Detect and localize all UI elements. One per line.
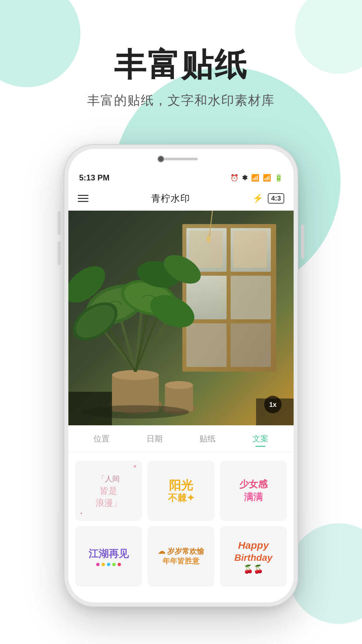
status-bar: 5:13 PM ⏰ ✱ 📶 📶 🔋 — [68, 169, 294, 186]
front-camera — [158, 156, 164, 162]
sticker-item-5[interactable]: ☁ 岁岁常欢愉 年年皆胜意 — [147, 526, 215, 587]
bottom-panel: 位置 日期 贴纸 文案 — [68, 425, 294, 602]
phone-screen: 5:13 PM ⏰ ✱ 📶 📶 🔋 青柠水印 ⚡ — [68, 149, 294, 602]
sticker-text-6: Happy Birthday 🍒🍒 — [234, 539, 273, 575]
alarm-icon: ⏰ — [230, 174, 239, 182]
sticker-text-5: ☁ 岁岁常欢愉 年年皆胜意 — [155, 543, 207, 569]
tab-text[interactable]: 文案 — [252, 433, 268, 447]
zoom-badge[interactable]: 1x — [264, 396, 282, 413]
menu-button[interactable] — [78, 195, 88, 202]
sticker-text-4: 江湖再见 — [88, 547, 129, 566]
ratio-badge[interactable]: 4:3 — [268, 193, 284, 204]
phone-top-bar — [68, 149, 294, 169]
power-button — [301, 225, 304, 258]
sticker-item-6[interactable]: Happy Birthday 🍒🍒 — [220, 526, 287, 587]
wifi-icon: 📶 — [251, 174, 259, 182]
time-display: 5:13 PM — [79, 173, 110, 182]
sticker-text-3: 少女感 满满 — [237, 476, 270, 505]
svg-rect-10 — [182, 224, 276, 372]
volume-up-button — [58, 211, 61, 235]
header-right-actions: ⚡ 4:3 — [252, 193, 284, 204]
status-icons: ⏰ ✱ 📶 📶 🔋 — [230, 174, 283, 182]
app-header: 青柠水印 ⚡ 4:3 — [68, 186, 294, 211]
sticker-item-1[interactable]: 「人间 皆是 浪漫」 — [75, 461, 142, 521]
sticker-grid: 「人间 皆是 浪漫」 阳光 不棘✦ — [68, 452, 294, 595]
sticker-text-2: 阳光 不棘✦ — [168, 478, 194, 504]
tab-bar: 位置 日期 贴纸 文案 — [68, 425, 294, 452]
bluetooth-icon: ✱ — [242, 174, 248, 182]
bg-blob-bottom-right — [288, 523, 362, 624]
signal-icon: 📶 — [263, 174, 271, 182]
tab-date[interactable]: 日期 — [146, 433, 163, 447]
sticker-item-4[interactable]: 江湖再见 — [75, 526, 142, 587]
svg-point-35 — [165, 381, 193, 389]
flash-icon[interactable]: ⚡ — [252, 193, 263, 204]
sticker-text-1: 「人间 皆是 浪漫」 — [92, 469, 125, 512]
sub-title: 丰富的贴纸，文字和水印素材库 — [0, 92, 362, 109]
tab-sticker[interactable]: 贴纸 — [199, 433, 216, 447]
main-title: 丰富贴纸 — [0, 47, 362, 83]
phone-outer: 5:13 PM ⏰ ✱ 📶 📶 🔋 青柠水印 ⚡ — [64, 144, 298, 607]
header-area: 丰富贴纸 丰富的贴纸，文字和水印素材库 — [0, 47, 362, 109]
photo-scene — [68, 211, 294, 425]
speaker — [164, 158, 198, 160]
sticker-item-2[interactable]: 阳光 不棘✦ — [147, 461, 215, 521]
svg-rect-37 — [68, 392, 112, 425]
app-title: 青柠水印 — [151, 192, 190, 205]
svg-point-12 — [206, 236, 210, 243]
sticker-item-3[interactable]: 少女感 满满 — [220, 461, 287, 521]
phone-mockup: 5:13 PM ⏰ ✱ 📶 📶 🔋 青柠水印 ⚡ — [64, 144, 298, 607]
tab-location[interactable]: 位置 — [94, 433, 110, 447]
photo-preview: 1x — [68, 211, 294, 425]
battery-icon: 🔋 — [275, 174, 283, 182]
volume-down-button — [58, 241, 61, 265]
